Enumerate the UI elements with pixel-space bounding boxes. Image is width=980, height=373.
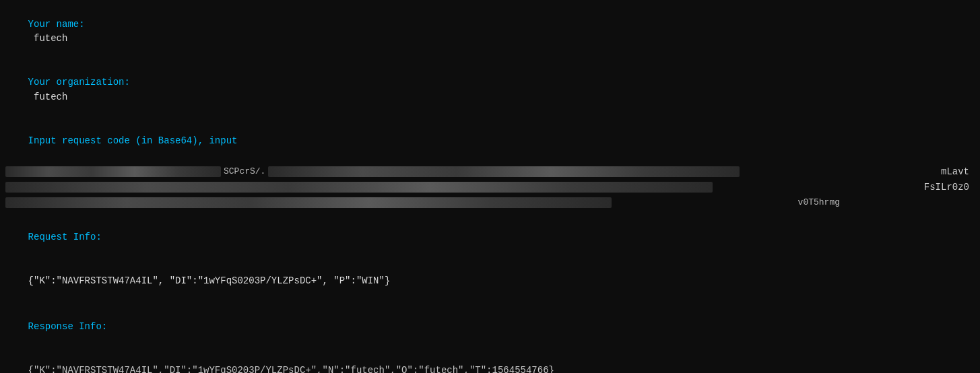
response-info-label-line: Response Info:: [5, 306, 975, 349]
your-org-label: Your organization:: [28, 77, 130, 88]
blurred-row-3: v0T5hrmg: [5, 195, 975, 210]
blurred-row-2: FsILr0z0: [5, 180, 975, 195]
response-info-value: {"K":"NAVFRSTSTW47A4IL","DI":"1wYFqS0203…: [28, 365, 554, 373]
response-info-label: Response Info:: [28, 321, 108, 332]
right-text-3: v0T5hrmg: [798, 197, 840, 207]
input-request-line: Input request code (in Base64), input: [5, 120, 975, 164]
request-info-value: {"K":"NAVFRSTSTW47A4IL", "DI":"1wYFqS020…: [28, 275, 391, 286]
request-info-label: Request Info:: [28, 232, 102, 242]
blur-segment-2: [268, 166, 740, 177]
your-name-value: futech: [28, 33, 68, 44]
right-text-1: mLavt: [941, 166, 969, 177]
partial-text-1: SCPcrS/.: [224, 166, 265, 176]
input-request-text: Input request code (in Base64), input: [28, 135, 238, 146]
blurred-row-1: SCPcrS/. mLavt: [5, 164, 975, 179]
your-org-value: futech: [28, 92, 68, 102]
your-name-label: Your name:: [28, 19, 85, 30]
blur-segment-1: [5, 166, 221, 177]
request-info-value-line: {"K":"NAVFRSTSTW47A4IL", "DI":"1wYFqS020…: [5, 260, 975, 304]
your-name-line: Your name: futech: [5, 3, 975, 61]
blur-segment-4: [5, 197, 612, 208]
terminal-window: Your name: futech Your organization: fut…: [0, 0, 980, 373]
response-info-value-line: {"K":"NAVFRSTSTW47A4IL","DI":"1wYFqS0203…: [5, 349, 975, 373]
your-org-line: Your organization: futech: [5, 61, 975, 120]
blur-segment-3: [5, 182, 713, 193]
request-info-label-line: Request Info:: [5, 216, 975, 260]
right-text-2: FsILr0z0: [924, 182, 969, 193]
